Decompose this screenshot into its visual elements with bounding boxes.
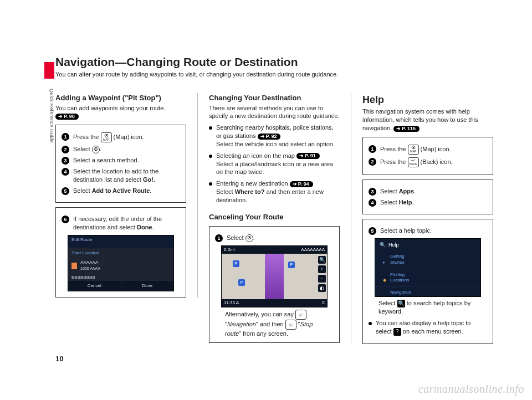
bullet-nearby: Searching nearby hospitals, police stati… [209,124,340,148]
section-tab [44,62,54,79]
intro-help: This navigation system comes with help i… [362,107,493,132]
page-ref-92: ➜P. 92 [258,134,281,140]
help-step-3: 3 Select Apps. [369,187,487,196]
screenshot-nav-map: 0.2miAAAAAAAA P P P 🔍+−◐ 11:33 A≡ [221,245,328,307]
page-subtitle: You can alter your route by adding waypo… [55,71,493,78]
heading-cancel: Canceling Your Route [209,212,340,222]
column-help: Help This navigation system comes with h… [362,93,493,344]
help-step-4: 4 Select Help. [369,198,487,207]
step-2: 2 Select ⦿. [62,145,180,153]
step-6: 6 If necessary, edit the order of the de… [62,215,180,232]
heading-destination: Changing Your Destination [209,93,340,103]
question-icon: ? [393,328,401,336]
steps-box-help-c: 5 Select a help topic. 🔍Help ▸Getting St… [362,219,493,344]
step-num-2: 2 [62,146,69,153]
intro-waypoint: You can add waypoints along your route. … [55,104,186,121]
step-num-3: 3 [62,157,69,165]
map-icon: ⦿MAP [101,132,112,142]
column-waypoint: Adding a Waypoint ("Pit Stop") You can a… [55,93,198,298]
page-title: Navigation—Changing Route or Destination [55,55,493,69]
step-num-h5: 5 [369,227,376,235]
page-ref-94: ➜P. 94 [290,181,313,187]
step-num-1b: 1 [215,234,223,242]
steps-box-cancel: 1 Select ⦿. 0.2miAAAAAAAA P P P 🔍+−◐ 11:… [209,226,340,343]
help-step-2: 2 Press the ↩BACK (Back) icon. [369,157,487,167]
page-ref-115: ➜P. 115 [393,126,420,132]
side-label: Quick Reference Guide [44,89,54,166]
intro-waypoint-text: You can add waypoints along your route. [55,105,165,111]
help-step-5: 5 Select a help topic. [369,227,487,235]
steps-box-waypoint-a: 1 Press the ⦿MAP (Map) icon. 2 Select ⦿.… [55,125,186,203]
bullet-new-dest: Entering a new destination ➜P. 94 Select… [209,180,340,204]
cancel-step-1: 1 Select ⦿. [215,234,334,242]
screenshot-help-menu: 🔍Help ▸Getting Started ◆Finding Location… [375,238,481,297]
intro-destination: There are several methods you can use to… [209,104,340,121]
voice-icon: ⦾ [285,320,296,330]
cancel-icon: ⦿ [245,234,253,242]
mock-cancel-button: Cancel [68,281,121,291]
step-num-4: 4 [62,168,69,176]
search-icon: 🔍 [397,300,405,307]
step-3: 3 Select a search method. [62,156,180,165]
bullet-map-icon: Selecting an icon on the map ➜P. 91 Sele… [209,152,340,177]
map-icon: ⦿MAP [408,145,419,155]
step-num-h3: 3 [369,188,376,196]
heading-waypoint: Adding a Waypoint ("Pit Stop") [55,93,186,103]
voice-icon: ⦾ [295,310,306,320]
mock-done-button: Done [121,281,174,291]
step-num-1: 1 [62,133,69,141]
steps-box-help-a: 1 Press the ⦿MAP (Map) icon. 2 Press the… [362,137,493,175]
steps-box-waypoint-b: 6 If necessary, edit the order of the de… [55,207,186,298]
step-num-h1: 1 [369,145,376,153]
column-destination: Changing Your Destination There are seve… [209,93,351,343]
screenshot-edit-route: Edit Route Start Location AAAAAA1000 AAA… [68,235,174,291]
step-num-6: 6 [62,216,69,223]
page-ref-90: ➜P. 90 [55,114,79,120]
step-1: 1 Press the ⦿MAP (Map) icon. [62,132,180,142]
help-search-note: Select 🔍 to search help topics by keywor… [378,299,483,316]
cancel-alt-note: Alternatively, you can say ⦾ "Navigation… [225,310,329,338]
page-ref-91: ➜P. 91 [296,153,320,159]
step-4: 4 Select the location to add to the dest… [62,167,180,184]
watermark: carmanualsonline.info [418,383,524,396]
step-num-5: 5 [62,187,69,195]
step-num-h2: 2 [369,158,376,166]
back-icon: ↩BACK [408,157,419,167]
search-icon: 🔍 [380,242,386,248]
steps-box-help-b: 3 Select Apps. 4 Select Help. [362,180,493,214]
help-bullet: You can also display a help topic to sel… [369,319,487,336]
step-num-h4: 4 [369,199,376,207]
help-step-1: 1 Press the ⦿MAP (Map) icon. [369,145,487,155]
mock-header: Edit Route [68,235,173,248]
step-5: 5 Select Add to Active Route. [62,187,180,195]
select-icon: ⦿ [92,146,100,153]
page-content: Navigation—Changing Route or Destination… [55,55,493,366]
heading-help: Help [362,93,493,106]
